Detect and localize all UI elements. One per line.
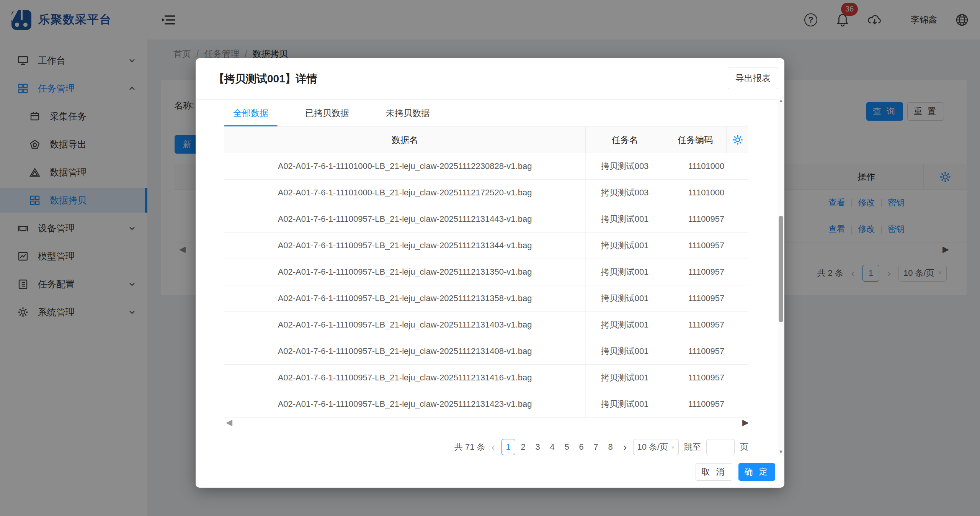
- prev-page-icon[interactable]: ‹: [491, 441, 496, 453]
- tab[interactable]: 未拷贝数据: [377, 101, 439, 127]
- page-number-button[interactable]: 7: [590, 439, 603, 455]
- chevron-down-icon: ˅: [671, 444, 675, 450]
- page-number-button[interactable]: 3: [531, 439, 544, 455]
- table-row: A02-A01-7-6-1-11100957-LB_21-leju_claw-2…: [224, 259, 748, 285]
- page-unit-label: 页: [740, 441, 748, 453]
- task-code-cell: 11100957: [664, 285, 748, 311]
- task-code-cell: 11100957: [664, 365, 748, 391]
- page-size-select[interactable]: 10 条/页 ˅: [633, 439, 679, 455]
- tab[interactable]: 已拷贝数据: [296, 101, 358, 127]
- table-row: A02-A01-7-6-1-11100957-LB_21-leju_claw-2…: [224, 233, 748, 259]
- data-name-cell: A02-A01-7-6-1-11100957-LB_21-leju_claw-2…: [224, 259, 586, 285]
- data-name-cell: A02-A01-7-6-1-11100957-LB_21-leju_claw-2…: [224, 312, 586, 338]
- task-name-cell: 拷贝测试001: [586, 338, 664, 364]
- table-row: A02-A01-7-6-1-11101000-LB_21-leju_claw-2…: [224, 153, 748, 180]
- data-name-cell: A02-A01-7-6-1-11101000-LB_21-leju_claw-2…: [224, 153, 586, 179]
- export-report-button[interactable]: 导出报表: [728, 67, 778, 89]
- task-name-column-header: 任务名: [586, 127, 664, 153]
- confirm-button[interactable]: 确 定: [738, 463, 775, 481]
- task-name-cell: 拷贝测试001: [586, 285, 664, 311]
- page-number-button[interactable]: 4: [546, 439, 559, 455]
- modal-table-body: A02-A01-7-6-1-11101000-LB_21-leju_claw-2…: [224, 153, 748, 418]
- next-page-icon[interactable]: ›: [622, 441, 628, 453]
- modal-header: 【拷贝测试001】详情 导出报表: [196, 58, 784, 100]
- scrollbar-thumb[interactable]: [779, 216, 783, 322]
- modal-table: 数据名 任务名 任务编码 A02-A01-7-6-1-11101000-LB_2…: [224, 126, 748, 418]
- copy-detail-modal: 【拷贝测试001】详情 导出报表 全部数据已拷贝数据未拷贝数据 数据名 任务名 …: [196, 58, 784, 488]
- task-code-cell: 11101000: [664, 153, 748, 179]
- table-row: A02-A01-7-6-1-11100957-LB_21-leju_claw-2…: [224, 391, 748, 418]
- column-settings-gear-icon[interactable]: [727, 127, 748, 153]
- page-number-button[interactable]: 6: [575, 439, 588, 455]
- task-name-cell: 拷贝测试001: [586, 365, 664, 391]
- task-code-column-header: 任务编码: [664, 127, 727, 153]
- table-row: A02-A01-7-6-1-11100957-LB_21-leju_claw-2…: [224, 338, 748, 365]
- task-code-cell: 11100957: [664, 206, 748, 232]
- scroll-left-icon[interactable]: ◀: [226, 418, 232, 427]
- task-name-cell: 拷贝测试001: [586, 233, 664, 259]
- total-count: 共 71 条: [454, 441, 485, 453]
- modal-pagination: 共 71 条 ‹ 12345678 › 10 条/页 ˅ 跳至 页: [454, 438, 748, 456]
- tab[interactable]: 全部数据: [224, 101, 278, 127]
- task-name-cell: 拷贝测试001: [586, 391, 664, 417]
- page-number-button[interactable]: 2: [517, 439, 530, 455]
- task-code-cell: 11101000: [664, 180, 748, 206]
- modal-tabs: 全部数据已拷贝数据未拷贝数据: [224, 101, 457, 127]
- table-row: A02-A01-7-6-1-11100957-LB_21-leju_claw-2…: [224, 285, 748, 312]
- task-name-cell: 拷贝测试001: [586, 312, 664, 338]
- jump-to-label: 跳至: [684, 441, 701, 453]
- data-name-cell: A02-A01-7-6-1-11100957-LB_21-leju_claw-2…: [224, 206, 586, 232]
- task-code-cell: 11100957: [664, 338, 748, 364]
- task-code-cell: 11100957: [664, 259, 748, 285]
- data-name-cell: A02-A01-7-6-1-11100957-LB_21-leju_claw-2…: [224, 338, 586, 364]
- data-name-cell: A02-A01-7-6-1-11100957-LB_21-leju_claw-2…: [224, 285, 586, 311]
- table-row: A02-A01-7-6-1-11100957-LB_21-leju_claw-2…: [224, 365, 748, 391]
- modal-title: 【拷贝测试001】详情: [214, 72, 317, 86]
- data-name-cell: A02-A01-7-6-1-11100957-LB_21-leju_claw-2…: [224, 233, 586, 259]
- scroll-right-icon[interactable]: ▶: [742, 418, 749, 427]
- vertical-scrollbar[interactable]: ▲ ▼: [778, 97, 784, 456]
- task-code-cell: 11100957: [664, 233, 748, 259]
- task-name-cell: 拷贝测试003: [586, 180, 664, 206]
- cancel-button[interactable]: 取 消: [696, 463, 732, 481]
- page-number-button[interactable]: 5: [560, 439, 573, 455]
- task-name-cell: 拷贝测试001: [586, 206, 664, 232]
- page-number-button[interactable]: 8: [604, 439, 617, 455]
- task-name-cell: 拷贝测试003: [586, 153, 664, 179]
- page-number-button[interactable]: 1: [501, 439, 515, 455]
- task-code-cell: 11100957: [664, 312, 748, 338]
- page-size-value: 10 条/页: [637, 441, 668, 453]
- jump-page-input[interactable]: [706, 439, 735, 455]
- task-code-cell: 11100957: [664, 391, 748, 417]
- table-row: A02-A01-7-6-1-11100957-LB_21-leju_claw-2…: [224, 312, 748, 338]
- task-name-cell: 拷贝测试001: [586, 259, 664, 285]
- table-row: A02-A01-7-6-1-11101000-LB_21-leju_claw-2…: [224, 180, 748, 206]
- modal-footer: 取 消 确 定: [196, 456, 784, 488]
- scroll-up-icon[interactable]: ▲: [778, 98, 784, 103]
- data-name-cell: A02-A01-7-6-1-11100957-LB_21-leju_claw-2…: [224, 365, 586, 391]
- data-name-column-header: 数据名: [224, 127, 586, 153]
- table-row: A02-A01-7-6-1-11100957-LB_21-leju_claw-2…: [224, 206, 748, 233]
- modal-table-header: 数据名 任务名 任务编码: [224, 126, 748, 153]
- page-list: 12345678: [501, 439, 617, 455]
- scroll-down-icon[interactable]: ▼: [778, 449, 784, 454]
- data-name-cell: A02-A01-7-6-1-11101000-LB_21-leju_claw-2…: [224, 180, 586, 206]
- data-name-cell: A02-A01-7-6-1-11100957-LB_21-leju_claw-2…: [224, 391, 586, 417]
